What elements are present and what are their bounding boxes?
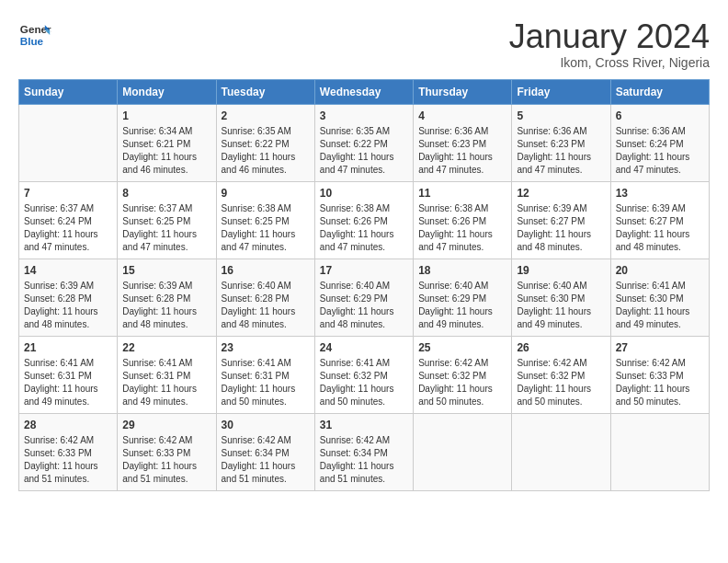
day-number: 28 <box>24 419 112 431</box>
calendar-day-cell: 31Sunrise: 6:42 AM Sunset: 6:34 PM Dayli… <box>314 413 413 490</box>
logo: General Blue <box>18 18 51 52</box>
calendar-day-cell: 30Sunrise: 6:42 AM Sunset: 6:34 PM Dayli… <box>216 413 314 490</box>
day-info: Sunrise: 6:41 AM Sunset: 6:32 PM Dayligh… <box>320 357 408 408</box>
calendar-day-cell: 26Sunrise: 6:42 AM Sunset: 6:32 PM Dayli… <box>512 336 610 413</box>
calendar-day-cell: 22Sunrise: 6:41 AM Sunset: 6:31 PM Dayli… <box>118 336 216 413</box>
calendar-day-cell: 14Sunrise: 6:39 AM Sunset: 6:28 PM Dayli… <box>19 259 118 336</box>
day-number: 31 <box>320 419 408 431</box>
day-info: Sunrise: 6:37 AM Sunset: 6:25 PM Dayligh… <box>122 202 210 254</box>
day-number: 13 <box>616 187 704 200</box>
calendar-week-row: 14Sunrise: 6:39 AM Sunset: 6:28 PM Dayli… <box>19 259 710 336</box>
calendar-day-cell: 17Sunrise: 6:40 AM Sunset: 6:29 PM Dayli… <box>314 259 413 336</box>
day-number: 9 <box>222 187 310 200</box>
day-info: Sunrise: 6:40 AM Sunset: 6:30 PM Dayligh… <box>517 280 605 331</box>
calendar-day-cell: 10Sunrise: 6:38 AM Sunset: 6:26 PM Dayli… <box>314 181 413 259</box>
day-number: 23 <box>222 341 310 354</box>
calendar-day-cell: 13Sunrise: 6:39 AM Sunset: 6:27 PM Dayli… <box>610 181 709 259</box>
day-of-week-header: Thursday <box>414 79 512 104</box>
day-info: Sunrise: 6:42 AM Sunset: 6:33 PM Dayligh… <box>24 434 112 486</box>
day-of-week-header: Monday <box>118 79 216 104</box>
day-info: Sunrise: 6:42 AM Sunset: 6:32 PM Dayligh… <box>517 357 605 408</box>
day-info: Sunrise: 6:39 AM Sunset: 6:28 PM Dayligh… <box>24 280 112 331</box>
calendar-day-cell <box>610 413 709 490</box>
day-of-week-header: Tuesday <box>216 79 314 104</box>
day-info: Sunrise: 6:41 AM Sunset: 6:31 PM Dayligh… <box>24 357 112 408</box>
day-number: 7 <box>24 187 112 200</box>
calendar-day-cell: 3Sunrise: 6:35 AM Sunset: 6:22 PM Daylig… <box>314 104 413 181</box>
calendar-week-row: 21Sunrise: 6:41 AM Sunset: 6:31 PM Dayli… <box>19 336 710 413</box>
calendar-day-cell <box>414 413 512 490</box>
day-info: Sunrise: 6:38 AM Sunset: 6:26 PM Dayligh… <box>418 202 506 254</box>
day-info: Sunrise: 6:37 AM Sunset: 6:24 PM Dayligh… <box>24 202 112 254</box>
day-number: 26 <box>517 341 605 354</box>
day-number: 30 <box>222 419 310 431</box>
day-info: Sunrise: 6:42 AM Sunset: 6:34 PM Dayligh… <box>222 434 310 486</box>
day-info: Sunrise: 6:39 AM Sunset: 6:27 PM Dayligh… <box>616 202 704 254</box>
day-number: 14 <box>24 264 112 277</box>
day-of-week-header: Saturday <box>610 79 709 104</box>
calendar-day-cell: 8Sunrise: 6:37 AM Sunset: 6:25 PM Daylig… <box>118 181 216 259</box>
day-number: 2 <box>222 109 310 122</box>
calendar-day-cell: 29Sunrise: 6:42 AM Sunset: 6:33 PM Dayli… <box>118 413 216 490</box>
day-info: Sunrise: 6:40 AM Sunset: 6:29 PM Dayligh… <box>320 280 408 331</box>
calendar-week-row: 7Sunrise: 6:37 AM Sunset: 6:24 PM Daylig… <box>19 181 710 259</box>
day-number: 19 <box>517 264 605 277</box>
day-info: Sunrise: 6:38 AM Sunset: 6:25 PM Dayligh… <box>222 202 310 254</box>
day-number: 25 <box>418 341 506 354</box>
month-title: January 2024 <box>509 18 710 55</box>
day-number: 3 <box>320 109 408 122</box>
day-of-week-header: Wednesday <box>314 79 413 104</box>
svg-text:Blue: Blue <box>20 35 44 47</box>
day-info: Sunrise: 6:36 AM Sunset: 6:23 PM Dayligh… <box>517 125 605 177</box>
calendar-day-cell: 7Sunrise: 6:37 AM Sunset: 6:24 PM Daylig… <box>19 181 118 259</box>
calendar-body: 1Sunrise: 6:34 AM Sunset: 6:21 PM Daylig… <box>19 104 710 490</box>
day-info: Sunrise: 6:41 AM Sunset: 6:30 PM Dayligh… <box>616 280 704 331</box>
day-number: 27 <box>616 341 704 354</box>
day-info: Sunrise: 6:40 AM Sunset: 6:28 PM Dayligh… <box>222 280 310 331</box>
day-info: Sunrise: 6:34 AM Sunset: 6:21 PM Dayligh… <box>122 125 210 177</box>
calendar-day-cell: 4Sunrise: 6:36 AM Sunset: 6:23 PM Daylig… <box>414 104 512 181</box>
day-info: Sunrise: 6:36 AM Sunset: 6:24 PM Dayligh… <box>616 125 704 177</box>
calendar-table: SundayMondayTuesdayWednesdayThursdayFrid… <box>18 79 710 491</box>
calendar-day-cell: 1Sunrise: 6:34 AM Sunset: 6:21 PM Daylig… <box>118 104 216 181</box>
calendar-day-cell: 15Sunrise: 6:39 AM Sunset: 6:28 PM Dayli… <box>118 259 216 336</box>
day-info: Sunrise: 6:36 AM Sunset: 6:23 PM Dayligh… <box>418 125 506 177</box>
day-number: 12 <box>517 187 605 200</box>
calendar-day-cell: 27Sunrise: 6:42 AM Sunset: 6:33 PM Dayli… <box>610 336 709 413</box>
calendar-day-cell: 12Sunrise: 6:39 AM Sunset: 6:27 PM Dayli… <box>512 181 610 259</box>
calendar-day-cell: 6Sunrise: 6:36 AM Sunset: 6:24 PM Daylig… <box>610 104 709 181</box>
day-number: 29 <box>122 419 210 431</box>
title-block: January 2024 Ikom, Cross River, Nigeria <box>509 18 710 70</box>
day-number: 6 <box>616 109 704 122</box>
calendar-day-cell: 24Sunrise: 6:41 AM Sunset: 6:32 PM Dayli… <box>314 336 413 413</box>
calendar-day-cell: 25Sunrise: 6:42 AM Sunset: 6:32 PM Dayli… <box>414 336 512 413</box>
day-number: 11 <box>418 187 506 200</box>
calendar-day-cell: 9Sunrise: 6:38 AM Sunset: 6:25 PM Daylig… <box>216 181 314 259</box>
calendar-day-cell <box>19 104 118 181</box>
day-info: Sunrise: 6:39 AM Sunset: 6:27 PM Dayligh… <box>517 202 605 254</box>
calendar-day-cell: 28Sunrise: 6:42 AM Sunset: 6:33 PM Dayli… <box>19 413 118 490</box>
day-number: 5 <box>517 109 605 122</box>
day-info: Sunrise: 6:35 AM Sunset: 6:22 PM Dayligh… <box>320 125 408 177</box>
calendar-day-cell: 21Sunrise: 6:41 AM Sunset: 6:31 PM Dayli… <box>19 336 118 413</box>
calendar-day-cell: 19Sunrise: 6:40 AM Sunset: 6:30 PM Dayli… <box>512 259 610 336</box>
day-number: 22 <box>122 341 210 354</box>
day-number: 16 <box>222 264 310 277</box>
calendar-day-cell: 23Sunrise: 6:41 AM Sunset: 6:31 PM Dayli… <box>216 336 314 413</box>
day-info: Sunrise: 6:39 AM Sunset: 6:28 PM Dayligh… <box>122 280 210 331</box>
logo-icon: General Blue <box>18 18 51 52</box>
day-number: 10 <box>320 187 408 200</box>
calendar-day-cell: 16Sunrise: 6:40 AM Sunset: 6:28 PM Dayli… <box>216 259 314 336</box>
day-number: 4 <box>418 109 506 122</box>
calendar-day-cell: 11Sunrise: 6:38 AM Sunset: 6:26 PM Dayli… <box>414 181 512 259</box>
calendar-day-cell: 20Sunrise: 6:41 AM Sunset: 6:30 PM Dayli… <box>610 259 709 336</box>
calendar-week-row: 1Sunrise: 6:34 AM Sunset: 6:21 PM Daylig… <box>19 104 710 181</box>
day-of-week-header: Sunday <box>19 79 118 104</box>
day-info: Sunrise: 6:40 AM Sunset: 6:29 PM Dayligh… <box>418 280 506 331</box>
day-number: 21 <box>24 341 112 354</box>
calendar-day-cell: 5Sunrise: 6:36 AM Sunset: 6:23 PM Daylig… <box>512 104 610 181</box>
day-info: Sunrise: 6:42 AM Sunset: 6:33 PM Dayligh… <box>122 434 210 486</box>
day-info: Sunrise: 6:42 AM Sunset: 6:34 PM Dayligh… <box>320 434 408 486</box>
calendar-header-row: SundayMondayTuesdayWednesdayThursdayFrid… <box>19 79 710 104</box>
day-info: Sunrise: 6:35 AM Sunset: 6:22 PM Dayligh… <box>222 125 310 177</box>
